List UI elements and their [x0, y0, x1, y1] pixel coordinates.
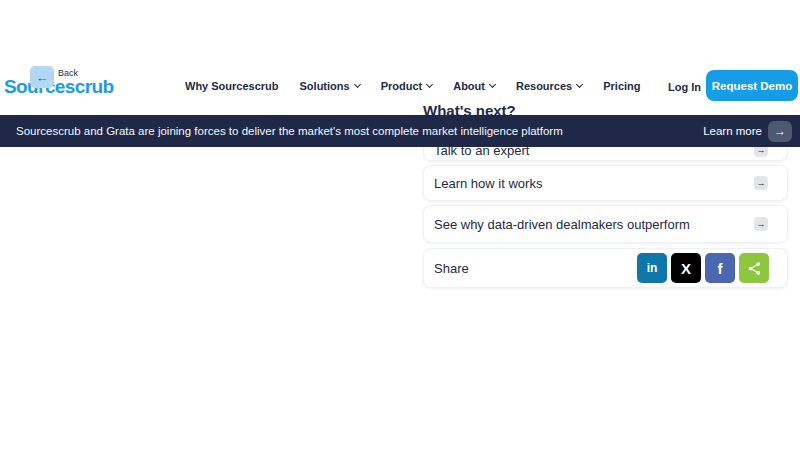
log-in-link[interactable]: Log In [668, 81, 701, 93]
nav-item-label: Product [381, 80, 423, 92]
learn-more-arrow-button[interactable]: → [768, 121, 792, 142]
nav-item-label: Pricing [603, 80, 640, 92]
nav-item-why-sourcescrub[interactable]: Why Sourcescrub [185, 80, 279, 92]
share-row: Share in X f [434, 249, 769, 287]
card-dealmakers-outperform[interactable]: See why data-driven dealmakers outperfor… [423, 205, 788, 243]
facebook-icon: f [718, 260, 723, 277]
card-arrow-button[interactable]: → [754, 217, 768, 231]
share-x-button[interactable]: X [671, 253, 701, 283]
arrow-right-icon: → [757, 220, 766, 229]
back-button-label: Back [58, 68, 78, 78]
nav-item-product[interactable]: Product [381, 80, 433, 92]
linkedin-icon: in [647, 261, 658, 275]
learn-more-label: Learn more [703, 125, 762, 137]
share-generic-button[interactable] [739, 253, 769, 283]
share-facebook-button[interactable]: f [705, 253, 735, 283]
request-demo-button[interactable]: Request Demo [706, 70, 798, 101]
share-linkedin-button[interactable]: in [637, 253, 667, 283]
chevron-down-icon [576, 81, 583, 88]
chevron-down-icon [426, 81, 433, 88]
announcement-banner: Sourcescrub and Grata are joining forces… [0, 115, 800, 147]
card-row: See why data-driven dealmakers outperfor… [434, 206, 769, 242]
card-arrow-button[interactable]: → [754, 176, 768, 190]
nav-item-label: Why Sourcescrub [185, 80, 279, 92]
card-row: Learn how it works → [434, 166, 769, 200]
social-buttons: in X f [637, 253, 769, 283]
nav-item-resources[interactable]: Resources [516, 80, 582, 92]
nav-item-about[interactable]: About [453, 80, 495, 92]
arrow-right-icon: → [774, 125, 786, 137]
nav-item-pricing[interactable]: Pricing [603, 80, 640, 92]
share-label: Share [434, 261, 469, 276]
nav-item-label: Solutions [300, 80, 350, 92]
share-nodes-icon [747, 261, 762, 276]
chevron-down-icon [489, 81, 496, 88]
arrow-right-icon: → [757, 179, 766, 188]
card-label: Learn how it works [434, 176, 542, 191]
card-learn-how-it-works[interactable]: Learn how it works → [423, 165, 788, 201]
back-button[interactable]: ← [30, 66, 54, 88]
chevron-down-icon [354, 81, 361, 88]
learn-more-link[interactable]: Learn more → [703, 121, 792, 142]
nav-item-label: About [453, 80, 485, 92]
announcement-message: Sourcescrub and Grata are joining forces… [16, 125, 703, 137]
sourcescrub-logo[interactable]: Sourcescrub [4, 76, 114, 98]
nav-item-label: Resources [516, 80, 572, 92]
main-nav: Why Sourcescrub Solutions Product About … [185, 80, 641, 92]
share-card: Share in X f [423, 248, 788, 288]
back-arrow-icon: ← [36, 70, 49, 85]
nav-item-solutions[interactable]: Solutions [300, 80, 360, 92]
x-icon: X [681, 260, 691, 277]
card-label: See why data-driven dealmakers outperfor… [434, 217, 690, 232]
